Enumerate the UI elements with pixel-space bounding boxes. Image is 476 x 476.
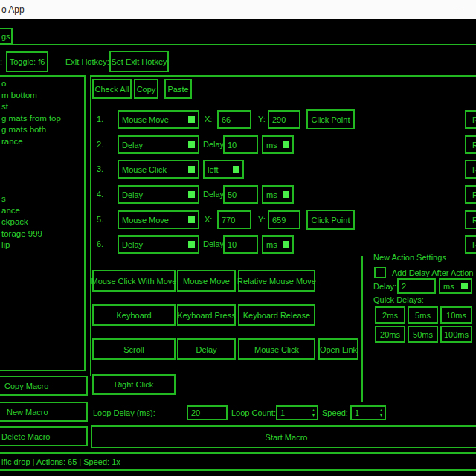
dropdown-indicator-icon (283, 241, 289, 248)
palette-delay-button[interactable]: Delay (177, 338, 236, 360)
y-label: Y: (258, 215, 266, 225)
quick-delay-100ms-button[interactable]: 100ms (440, 326, 472, 343)
quick-delay-50ms-button[interactable]: 50ms (408, 326, 438, 343)
quick-delay-5ms-button[interactable]: 5ms (408, 306, 438, 324)
macro-list-item[interactable]: ance (1, 205, 84, 217)
tab-settings[interactable]: gs (0, 28, 13, 45)
palette-right-click-button[interactable]: Right Click (92, 374, 176, 395)
remove-action-button[interactable]: Remove (465, 160, 476, 178)
action-type-value: Mouse Click (122, 165, 167, 174)
remove-action-button[interactable]: Remove (465, 185, 476, 204)
remove-action-button[interactable]: Remove (465, 110, 476, 129)
palette-mouse-click-with-move-button[interactable]: Mouse Click With Move (92, 270, 176, 292)
new-action-delay-label: Delay: (373, 282, 396, 292)
action-type-dropdown[interactable]: Mouse Move (118, 110, 199, 129)
click-point-button[interactable]: Click Point (306, 210, 355, 230)
dropdown-indicator-icon (461, 283, 468, 289)
toggle-hotkey-button[interactable]: Toggle: f6 (6, 51, 48, 72)
action-type-dropdown[interactable]: Mouse Move (118, 210, 199, 229)
quick-delay-2ms-button[interactable]: 2ms (375, 306, 405, 324)
stepper-arrows-icon[interactable]: ▴▾ (380, 408, 382, 418)
palette-mouse-click-button[interactable]: Mouse Click (238, 338, 315, 360)
macro-list-item[interactable]: o (1, 78, 84, 90)
action-list-viewport: Check All Copy Paste 1. Mouse Move X: Y:… (91, 77, 476, 254)
loop-delay-input[interactable] (187, 405, 228, 420)
loop-count-stepper[interactable]: 1 ▴▾ (276, 405, 318, 420)
new-macro-button[interactable]: New Macro (0, 402, 88, 422)
check-all-button[interactable]: Check All (92, 79, 132, 99)
x-input[interactable] (217, 110, 251, 129)
unit-dropdown[interactable]: ms (262, 185, 294, 204)
stepper-arrows-icon[interactable]: ▴▾ (312, 408, 315, 418)
dropdown-indicator-icon (188, 241, 195, 248)
new-action-unit-dropdown[interactable]: ms (439, 278, 472, 294)
remove-action-button[interactable]: Remove (465, 135, 476, 154)
set-exit-hotkey-button[interactable]: Set Exit Hotkey (109, 51, 169, 72)
macro-list-item[interactable]: g mats both (1, 124, 84, 136)
new-action-delay-input[interactable] (397, 278, 436, 294)
macro-list-item[interactable] (1, 159, 84, 171)
unit-value: ms (266, 141, 277, 149)
palette-keyboard-button[interactable]: Keyboard (92, 304, 176, 326)
minimize-button[interactable]: — (450, 3, 468, 16)
palette-relative-mouse-move-button[interactable]: Relative Mouse Move (238, 270, 315, 292)
action-type-dropdown[interactable]: Delay (118, 185, 199, 204)
delay-input[interactable] (223, 185, 258, 204)
tab-underline (0, 44, 476, 45)
palette-open-link-button[interactable]: Open Link (318, 338, 358, 360)
unit-dropdown[interactable]: ms (262, 235, 294, 254)
copy-button[interactable]: Copy (134, 79, 158, 99)
action-type-dropdown[interactable]: Mouse Click (118, 160, 199, 178)
macro-list-item[interactable]: lip (1, 239, 84, 251)
start-macro-button[interactable]: Start Macro (91, 425, 476, 448)
speed-value: 1 (355, 408, 359, 417)
quick-delay-20ms-button[interactable]: 20ms (375, 326, 405, 343)
remove-action-button[interactable]: Remove (465, 210, 476, 229)
add-delay-checkbox[interactable] (374, 267, 386, 278)
macro-list-item[interactable] (1, 147, 84, 159)
palette-keyboard-press-button[interactable]: Keyboard Press (177, 304, 236, 326)
action-type-dropdown[interactable]: Delay (118, 135, 199, 154)
paste-button[interactable]: Paste (164, 79, 192, 99)
macro-list-item[interactable]: rance (1, 136, 84, 148)
action-type-value: Mouse Move (122, 115, 169, 124)
x-input[interactable] (217, 210, 251, 229)
window-titlebar: o App — (0, 0, 476, 19)
macro-list-item[interactable]: s (1, 193, 84, 205)
speed-stepper[interactable]: 1 ▴▾ (350, 405, 386, 420)
macro-list-item[interactable] (1, 182, 84, 194)
mouse-button-value: left (208, 165, 219, 174)
exit-hotkey-label: Exit Hotkey: (65, 57, 109, 67)
action-number: 3. (97, 164, 103, 173)
palette-scroll-button[interactable]: Scroll (92, 338, 176, 360)
window-title: o App (1, 4, 25, 15)
remove-action-button[interactable]: Remove (465, 235, 476, 254)
macro-list-item[interactable]: g mats from top (1, 113, 84, 125)
macro-list: o m bottom st g mats from top g mats bot… (0, 75, 86, 371)
macro-list-item[interactable]: ckpack (1, 216, 84, 228)
palette-keyboard-release-button[interactable]: Keyboard Release (238, 304, 315, 326)
palette-mouse-move-button[interactable]: Mouse Move (177, 270, 236, 292)
macro-list-item[interactable]: m bottom (1, 90, 84, 102)
delay-input[interactable] (223, 135, 258, 154)
action-type-dropdown[interactable]: Delay (118, 235, 199, 254)
macro-list-item[interactable]: torage 999 (1, 228, 84, 240)
settings-divider (361, 256, 363, 402)
dropdown-indicator-icon (188, 216, 195, 223)
macro-list-item[interactable] (1, 170, 84, 182)
delay-input[interactable] (223, 235, 258, 254)
mouse-button-dropdown[interactable]: left (203, 160, 244, 178)
macro-list-item[interactable]: st (1, 101, 84, 113)
delete-macro-button[interactable]: Delete Macro (0, 426, 88, 446)
quick-delay-10ms-button[interactable]: 10ms (440, 306, 472, 324)
unit-dropdown[interactable]: ms (262, 135, 294, 154)
action-number: 5. (97, 215, 103, 224)
copy-macro-button[interactable]: Copy Macro (0, 376, 88, 396)
y-input[interactable] (268, 210, 300, 229)
click-point-button[interactable]: Click Point (306, 109, 355, 129)
x-label: X: (205, 115, 212, 124)
action-type-value: Delay (122, 190, 143, 199)
dropdown-indicator-icon (188, 191, 195, 198)
y-input[interactable] (268, 110, 300, 129)
action-number: 1. (97, 115, 103, 123)
